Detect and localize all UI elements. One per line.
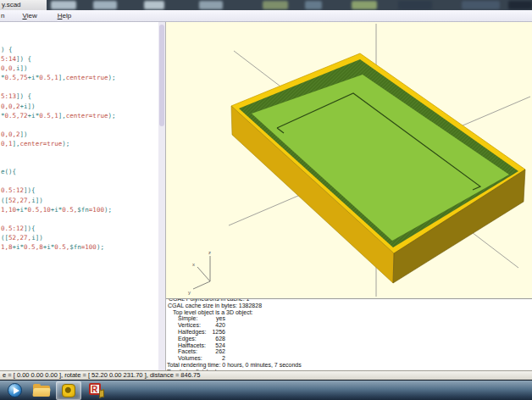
media-player-icon	[8, 383, 22, 397]
console-line: Total rendering time: 0 hours, 0 minutes…	[166, 362, 532, 369]
code-line: 0,0,i])	[1, 64, 158, 73]
taskbar-icon-openscad-active[interactable]	[56, 381, 81, 400]
console-stat-row: Simple:yes	[166, 315, 532, 322]
menu-bar: n View Help	[0, 10, 532, 22]
openscad-window: y.scad n View Help ) {5:14]) {0,0,i])*0.…	[0, 0, 532, 400]
openscad-icon	[62, 384, 75, 397]
editor-scrollbar[interactable]	[158, 22, 165, 370]
code-line: 5:13]) {	[1, 92, 158, 101]
code-line	[1, 214, 158, 224]
editor-scrollbar-thumb[interactable]	[159, 25, 164, 126]
console-stat-row: Vertices:420	[166, 322, 532, 329]
taskbar-icon-media-player[interactable]	[2, 381, 27, 400]
code-line: 0.5:12]){	[1, 224, 158, 233]
code-line: 1,8+i*0.5,8+i*0.5,$fn=100);	[1, 242, 158, 252]
axis-label-y: y	[188, 290, 191, 295]
code-line: ) {	[1, 45, 158, 54]
code-line	[1, 148, 158, 158]
code-line	[1, 176, 158, 186]
status-bar: e = [ 0.00 0.00 0.00 ], rotate = [ 52.20…	[0, 370, 532, 380]
console-output: CGAL Polyhedrons in cache: 1CGAL cache s…	[166, 298, 532, 370]
window-title: y.scad	[0, 0, 47, 10]
console-stat-row: Halfedges:1256	[166, 329, 532, 336]
code-line: ([52,27,i])	[1, 233, 158, 242]
console-line: Top level object is a 3D object:	[166, 309, 532, 316]
tray-render: z x y	[166, 22, 532, 298]
menu-item-help[interactable]: Help	[47, 10, 81, 21]
taskbar-icon-r-app[interactable]: R	[83, 381, 108, 400]
code-line: 5:14]) {	[1, 54, 158, 64]
console-stat-row: Volumes:2	[166, 355, 532, 362]
code-line: ([52,27,i])	[1, 196, 158, 205]
axis-label-z: z	[208, 250, 211, 255]
console-stat-row: Facets:262	[166, 348, 532, 355]
axis-indicator	[193, 256, 210, 289]
menu-item-view[interactable]: View	[12, 10, 47, 21]
r-app-icon: R	[89, 383, 103, 397]
code-line	[1, 158, 158, 167]
code-line: 0.5:12]){	[1, 186, 158, 195]
code-line: 0,0,2+i])	[1, 102, 158, 111]
3d-viewport[interactable]: z x y	[166, 22, 532, 298]
menu-item-clipped[interactable]: n	[0, 10, 12, 21]
desktop-wallpaper-strip	[0, 0, 532, 10]
folder-icon	[33, 384, 50, 397]
code-line: e(){	[1, 167, 158, 176]
console-stat-row: Edges:628	[166, 336, 532, 342]
code-line	[1, 120, 158, 130]
code-line	[1, 82, 158, 92]
code-editor[interactable]: ) {5:14]) {0,0,i])*0.5,75+i*0.5,1],cente…	[0, 22, 158, 370]
taskbar-icon-explorer[interactable]	[29, 381, 54, 400]
console-stat-row: Halffacets:524	[166, 342, 532, 349]
taskbar: R A 般 ? ▲ ⚑	[0, 380, 532, 400]
console-line: CGAL cache size in bytes: 1382828	[166, 303, 532, 309]
code-line: 0,1],center=true);	[1, 139, 158, 148]
tray-model	[231, 53, 525, 283]
code-line: *0.5,75+i*0.5,1],center=true);	[1, 73, 158, 82]
axis-label-x: x	[192, 262, 195, 267]
code-line: 1,10+i*0.5,10+i*0.5,$fn=100);	[1, 205, 158, 214]
code-line: *0.5,72+i*0.5,1],center=true);	[1, 111, 158, 120]
code-line: 0,0,2])	[1, 130, 158, 139]
